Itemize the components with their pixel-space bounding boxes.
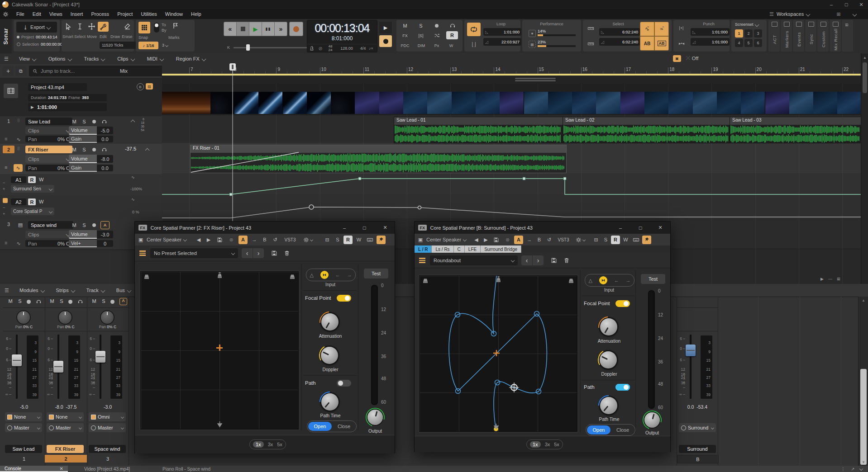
preset-combo[interactable]: No Preset Selected	[150, 248, 238, 258]
track-2-collapse-icon[interactable]	[146, 147, 149, 153]
lane-a2-write-button[interactable]: W	[39, 199, 43, 204]
strip-solo[interactable]: S	[100, 298, 107, 305]
ruler-loop-bar[interactable]	[162, 74, 861, 76]
lane-a1-write-button[interactable]: W	[39, 177, 43, 182]
screenset-6[interactable]: 6	[754, 39, 762, 47]
plugin1-xy-pad[interactable]	[140, 271, 299, 430]
track-2-gain-widget[interactable]: Gain 0.0	[69, 165, 113, 171]
track-3-volume-widget[interactable]: Volume -3.0	[69, 231, 113, 238]
input-mode-selector[interactable]: △ ←→	[585, 274, 634, 287]
track-1-mute[interactable]: M	[71, 118, 78, 125]
strip-input-select[interactable]: None	[47, 412, 84, 421]
lane-a1-read-button[interactable]: R	[28, 176, 36, 183]
input-bowtie-icon[interactable]	[320, 271, 329, 279]
window-mode-icon[interactable]: ⊟	[591, 237, 601, 243]
tab-lsrs[interactable]: Ls / Rs	[432, 245, 453, 253]
prev-preset-icon[interactable]: ◀	[472, 237, 481, 243]
select-to[interactable]: ◿6:02:240	[599, 38, 640, 46]
add-track-button[interactable]: +	[3, 66, 14, 76]
select-from-icon[interactable]	[586, 24, 596, 33]
strip-fader-cap[interactable]	[12, 354, 22, 366]
strip-fader-track[interactable]	[100, 335, 101, 399]
automation-lane-a1[interactable]: −+ A1 R W Surround Sen ∿ -100%	[0, 174, 162, 196]
zoom-scale-buttons[interactable]: 1x 3x 5x	[526, 439, 563, 449]
strip-output-select[interactable]: Master	[5, 423, 42, 432]
attenuation-knob[interactable]	[600, 318, 617, 335]
keyboard-icon[interactable]	[630, 236, 642, 243]
pin-icon[interactable]	[377, 236, 386, 244]
zoom-1x[interactable]: 1x	[253, 441, 264, 448]
tab-lfe[interactable]: LFE	[465, 245, 481, 253]
punch-markers-icon[interactable]: |•|	[676, 24, 687, 32]
ripple-edit-all-button[interactable]: ≈̄	[654, 22, 669, 36]
snap-division[interactable]: 3	[162, 43, 168, 47]
strip-arm[interactable]	[68, 300, 72, 304]
track-filter-select[interactable]: Mix	[116, 66, 167, 76]
clip-saw-lead-02[interactable]: Saw Lead - 02	[563, 117, 730, 143]
console-menu-track[interactable]: Track	[81, 288, 110, 293]
delete-circle-icon[interactable]: ⊗	[502, 237, 513, 243]
output-select[interactable]: Center Speaker	[426, 237, 472, 242]
compare-b-button[interactable]: B	[260, 237, 270, 242]
automation-mode-icon[interactable]: ▣	[673, 55, 681, 62]
tool-select[interactable]	[74, 23, 85, 30]
rail-markers[interactable]: Markers	[781, 20, 792, 52]
loop-start[interactable]: ◺1:01:000	[483, 28, 521, 36]
preset-prev-button[interactable]: ‹	[242, 248, 253, 258]
track-1-pan-widget[interactable]: Pan0% C	[25, 136, 72, 142]
track-3-pan-widget[interactable]: Pan0% C	[25, 240, 72, 247]
plugin-maximize-button[interactable]: ▢	[634, 222, 647, 234]
time-signature[interactable]: 4/4	[357, 46, 369, 51]
strip-solo[interactable]: S	[58, 298, 65, 305]
compare-a-button[interactable]: A	[514, 236, 523, 244]
output-knob[interactable]	[644, 412, 660, 428]
tool-edit[interactable]	[98, 22, 109, 32]
strip-name[interactable]: Saw Lead	[5, 445, 42, 453]
solo-button[interactable]: S	[601, 237, 610, 242]
input-mode-selector[interactable]: △ ←→	[306, 269, 356, 281]
strip-arm[interactable]	[110, 300, 114, 304]
spatial-path[interactable]	[420, 276, 577, 431]
menu-edit[interactable]: Edit	[29, 9, 45, 19]
screenset-3[interactable]: 3	[754, 29, 762, 38]
loop-end[interactable]: ◿22:03:927	[483, 38, 521, 46]
strip-mute[interactable]: M	[91, 298, 98, 305]
statusbar-icons[interactable]: ⋮↗	[841, 467, 863, 472]
trackview-hamburger-icon[interactable]: ☰	[0, 56, 13, 62]
trackview-menu-options[interactable]: Options	[42, 56, 78, 61]
mix-pdc[interactable]: PDC	[398, 42, 412, 49]
mix-fx[interactable]: FX	[400, 33, 410, 39]
preset-prev-button[interactable]: ‹	[521, 255, 532, 265]
rail-custom[interactable]: Custom	[817, 20, 829, 52]
snap-value-button[interactable]: ♪1/16	[138, 42, 158, 49]
close-button[interactable]: Close	[332, 424, 356, 429]
strip-number[interactable]: 1	[3, 455, 45, 463]
trackview-menu-clips[interactable]: Clips	[111, 56, 140, 61]
strip-name[interactable]: Space wind	[89, 445, 126, 453]
strip-input-select[interactable]: Omni	[89, 412, 126, 421]
track-3-velocity-widget[interactable]: Vel+ 0	[69, 240, 113, 247]
settings-gear-icon[interactable]	[572, 237, 588, 243]
write-button[interactable]: W	[354, 237, 364, 242]
strip-fader-cap[interactable]	[53, 361, 63, 373]
tab-video[interactable]: Video [Project 43.mp4]	[68, 467, 146, 472]
loop-bracket-icon[interactable]: ⌊⌋	[468, 40, 480, 49]
punch-auto-icon[interactable]: ▸•◂	[676, 40, 687, 47]
menubar-dock-icon[interactable]: ⊞	[835, 11, 842, 17]
video-fx-icon[interactable]: ▨	[146, 83, 153, 90]
strip-name[interactable]: Surround	[679, 445, 716, 453]
automation-lane-a2[interactable]: −+ A2 R W Core Spatial P ∿ 0 %	[0, 195, 162, 220]
next-preset-icon[interactable]: ▶	[204, 237, 214, 243]
preset-list-icon[interactable]	[135, 250, 150, 256]
rail-mixdock[interactable]: ⊞	[842, 20, 853, 52]
track-3-arm[interactable]	[91, 222, 98, 228]
export-selection-row[interactable]: Selection00:00:00:00	[17, 42, 62, 47]
mini-record-button[interactable]	[379, 35, 392, 47]
trackview-menu-regionfx[interactable]: Region FX	[170, 56, 212, 61]
track-2-header[interactable]: 2 ⣿ FX Riser M S -37.5 Clips Volume -8.0…	[0, 144, 162, 175]
plugin-minimize-button[interactable]: –	[338, 222, 351, 234]
track-3-clips-dropdown[interactable]: Clips	[25, 231, 72, 238]
track-1-header[interactable]: 1 ⣿ Saw Lead M S 6183654 Clips Volume -5…	[0, 116, 162, 144]
xray-off-toggle[interactable]: ⤫Off	[686, 55, 698, 61]
playhead-handle[interactable]	[229, 63, 236, 71]
